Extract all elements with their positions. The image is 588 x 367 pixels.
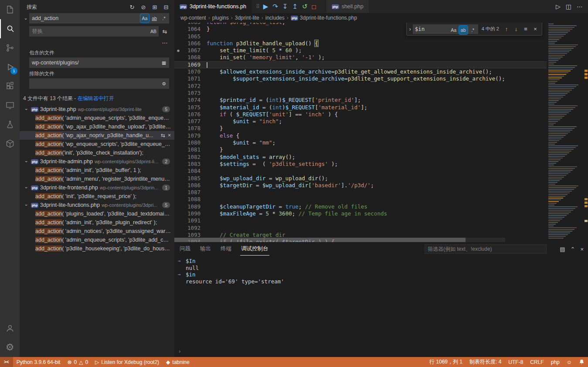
breadcrumb-item[interactable]: 3dprint-lite bbox=[235, 15, 259, 21]
clear-search-results-icon[interactable]: ⊘ bbox=[139, 3, 147, 11]
search-match-row[interactable]: add_action( 'wp_enqueue_scripts', 'p3dli… bbox=[20, 140, 174, 148]
code-line[interactable]: 1086 $targetDir = $wp_upload_dir['basedi… bbox=[174, 182, 547, 189]
panel-tab-output[interactable]: 输出 bbox=[199, 242, 212, 256]
panel-tab-terminal[interactable]: 终端 bbox=[220, 242, 232, 256]
code-line[interactable]: 1085 $wp_upload_dir = wp_upload_dir(); bbox=[174, 175, 547, 182]
accounts-icon[interactable] bbox=[0, 319, 20, 338]
code-line[interactable]: 1088 bbox=[174, 196, 547, 203]
explorer-icon[interactable] bbox=[0, 0, 20, 19]
code-line[interactable]: 1079 else { bbox=[174, 132, 547, 139]
testing-icon[interactable] bbox=[0, 115, 20, 134]
previous-match-icon[interactable]: ↑ bbox=[503, 26, 510, 32]
horizontal-scrollbar[interactable] bbox=[174, 238, 505, 242]
code-line[interactable]: 1066function p3dlite_handle_upload() { bbox=[174, 40, 547, 47]
refresh-icon[interactable]: ↻ bbox=[128, 3, 136, 11]
code-line[interactable]: 1089 $cleanupTargetDir = true; // Remove… bbox=[174, 203, 547, 210]
tab-3dprint-lite-functions[interactable]: php 3dprint-lite-functions.ph bbox=[174, 0, 252, 13]
find-regex-option[interactable]: .* bbox=[469, 26, 477, 34]
code-line[interactable]: 1077 $unit = "inch"; bbox=[174, 118, 547, 125]
code-line[interactable]: 1073 bbox=[174, 90, 547, 97]
packages-icon[interactable] bbox=[0, 134, 20, 153]
more-actions-icon[interactable]: ⋯ bbox=[577, 3, 583, 10]
xdebug-listener[interactable]: ▷Listen for Xdebug (root2) bbox=[92, 357, 163, 367]
search-match-row[interactable]: add_action( 'admin_init', 'p3dlite_plugi… bbox=[20, 218, 174, 227]
search-icon[interactable] bbox=[0, 19, 20, 38]
whole-word-option[interactable]: ab bbox=[150, 14, 159, 23]
code-line[interactable]: 1087 bbox=[174, 189, 547, 196]
debug-toolbar-grip-icon[interactable]: ⠿ bbox=[256, 3, 259, 10]
search-match-row[interactable]: add_action( 'wp_ajax_nopriv_p3dlite_hand… bbox=[20, 131, 174, 140]
open-in-editor-link[interactable]: 在编辑器中打开 bbox=[78, 95, 114, 101]
open-new-search-editor-icon[interactable]: ⊞ bbox=[151, 3, 159, 11]
tab-size[interactable]: 制表符长度: 4 bbox=[466, 357, 505, 367]
console-input-chevron-icon[interactable]: › bbox=[179, 348, 180, 354]
run-or-debug-icon[interactable]: ▷ bbox=[556, 3, 561, 10]
step-into-icon[interactable]: ↧ bbox=[282, 3, 288, 10]
code-line[interactable]: 1092 bbox=[174, 225, 547, 232]
search-file-row[interactable]: ›php3dprint-lite-admin.phpwp-content/plu… bbox=[20, 157, 174, 166]
next-match-icon[interactable]: ↓ bbox=[512, 26, 520, 32]
stop-icon[interactable]: □ bbox=[312, 3, 316, 10]
search-file-row[interactable]: ›php3dprint-lite-frontend.phpwp-content/… bbox=[20, 183, 174, 192]
replace-input[interactable] bbox=[29, 26, 159, 37]
settings-gear-icon[interactable]: ⚙ bbox=[0, 338, 20, 357]
search-match-row[interactable]: add_action( 'init', 'p3dlite_request_pri… bbox=[20, 192, 174, 201]
breadcrumb-item[interactable]: wp-content bbox=[180, 15, 206, 21]
clear-console-icon[interactable]: ▤ bbox=[560, 246, 565, 253]
find-match-case-option[interactable]: Aa bbox=[449, 26, 458, 34]
breadcrumb-item[interactable]: includes bbox=[265, 15, 285, 21]
find-whole-word-option[interactable]: ab bbox=[459, 26, 468, 34]
restart-icon[interactable]: ↺ bbox=[302, 3, 308, 10]
match-case-option[interactable]: Aa bbox=[140, 14, 149, 23]
files-to-exclude-input[interactable] bbox=[29, 78, 169, 89]
problems-status[interactable]: ⊗0 △0 bbox=[64, 357, 92, 367]
dismiss-icon[interactable]: × bbox=[168, 132, 171, 138]
run-debug-icon[interactable]: 1 bbox=[0, 57, 20, 77]
search-match-row[interactable]: add_action( 'plugins_loaded', 'p3dlite_l… bbox=[20, 209, 174, 218]
replace-icon[interactable]: ⇆ bbox=[161, 132, 165, 138]
search-match-row[interactable]: add_action( 'admin_init', 'p3dlite_buffe… bbox=[20, 166, 174, 175]
code-line[interactable]: 1068 ini_set( 'memory_limit', '-1' ); bbox=[174, 54, 547, 61]
preserve-case-option[interactable]: AB bbox=[149, 27, 158, 36]
search-match-row[interactable]: add_action( 'admin_enqueue_scripts', 'p3… bbox=[20, 236, 174, 244]
code-line[interactable]: 1084 bbox=[174, 168, 547, 175]
code-line[interactable]: 1071 $support_extensions_inside_archive=… bbox=[174, 75, 547, 82]
tab-shell-php[interactable]: php shell.php bbox=[326, 0, 369, 13]
find-in-selection-icon[interactable]: ≡ bbox=[522, 26, 530, 32]
split-editor-icon[interactable]: ◫ bbox=[566, 3, 571, 10]
eol-sequence[interactable]: CRLF bbox=[527, 357, 547, 367]
code-line[interactable]: ●1067 set_time_limit( 5 * 60 ); bbox=[174, 47, 547, 54]
cursor-position[interactable]: 行 1069，列 1 bbox=[426, 357, 466, 367]
remote-explorer-icon[interactable] bbox=[0, 96, 20, 115]
notifications-bell-icon[interactable] bbox=[575, 357, 588, 367]
toggle-replace-chevron-icon[interactable]: ⌄ bbox=[22, 13, 29, 21]
step-over-icon[interactable]: ↷ bbox=[272, 3, 278, 10]
remote-indicator[interactable]: >< bbox=[0, 357, 13, 367]
continue-icon[interactable]: ▶ bbox=[263, 3, 269, 10]
search-match-row[interactable]: add_action( 'wp_ajax_p3dlite_handle_uplo… bbox=[20, 122, 174, 131]
code-line[interactable]: 1091 bbox=[174, 217, 547, 224]
find-expand-chevron-icon[interactable]: › bbox=[409, 26, 411, 32]
breadcrumb-item[interactable]: php3dprint-lite-functions.php bbox=[291, 15, 357, 21]
collapse-all-icon[interactable]: ⊟ bbox=[162, 3, 170, 11]
search-match-row[interactable]: add_action( 'admin_enqueue_scripts', 'p3… bbox=[20, 114, 174, 122]
tabnine-status[interactable]: ◆tabnine bbox=[163, 357, 193, 367]
code-line[interactable]: 1070 $allowed_extensions_inside_archive=… bbox=[174, 68, 547, 75]
code-line[interactable]: 1078 } bbox=[174, 125, 547, 132]
panel-tab-debug-console[interactable]: 调试控制台 bbox=[240, 242, 269, 256]
close-panel-icon[interactable]: × bbox=[580, 246, 584, 253]
code-line[interactable]: 1075 $material_id = (int)$_REQUEST['mate… bbox=[174, 104, 547, 111]
search-match-row[interactable]: add_action('init', 'p3dlite_check_instal… bbox=[20, 148, 174, 157]
console-filter-input[interactable] bbox=[425, 244, 547, 254]
breadcrumb-item[interactable]: plugins bbox=[212, 15, 229, 21]
panel-tab-problems[interactable]: 问题 bbox=[179, 242, 191, 256]
regex-option[interactable]: .* bbox=[160, 14, 168, 23]
search-match-row[interactable]: add_action( 'admin_menu', 'register_3dpr… bbox=[20, 175, 174, 183]
minimap[interactable] bbox=[547, 23, 584, 242]
extensions-icon[interactable] bbox=[0, 77, 20, 96]
language-mode[interactable]: php bbox=[547, 357, 563, 367]
maximize-panel-icon[interactable]: ⌃ bbox=[571, 246, 575, 253]
toggle-search-details-icon[interactable]: ⋯ bbox=[160, 38, 169, 47]
code-line[interactable]: 1081 } bbox=[174, 146, 547, 153]
step-out-icon[interactable]: ↥ bbox=[292, 3, 298, 10]
